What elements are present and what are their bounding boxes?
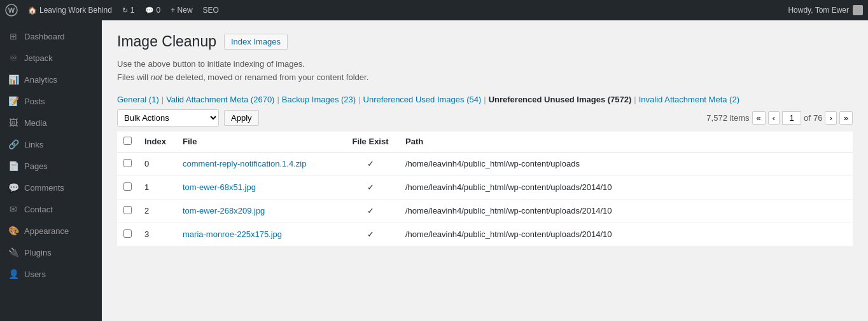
file-link[interactable]: comment-reply-notification.1.4.zip xyxy=(183,159,306,168)
next-page-button[interactable]: › xyxy=(825,111,836,125)
comments-link[interactable]: 💬 0 xyxy=(145,6,161,15)
row-path: /home/leavinh4/public_html/wp-content/up… xyxy=(399,222,853,246)
sidebar-item-links[interactable]: 🔗Links xyxy=(0,133,102,155)
tab-unreferenced-used-images[interactable]: Unreferenced Used Images (54) xyxy=(363,95,482,104)
row-file: tom-ewer-268x209.jpg xyxy=(176,199,342,222)
col-index: Index xyxy=(138,132,176,153)
row-file-exist: ✓ xyxy=(342,222,399,246)
wp-logo-link[interactable]: W xyxy=(5,4,18,17)
sidebar-item-label: Comments xyxy=(24,183,64,193)
user-avatar xyxy=(853,5,863,15)
page-title: Image Cleanup xyxy=(117,33,216,50)
row-path: /home/leavinh4/public_html/wp-content/up… xyxy=(399,175,853,199)
seo-link[interactable]: SEO xyxy=(203,6,219,15)
sidebar-item-comments[interactable]: 💬Comments xyxy=(0,177,102,198)
table-header-row: Index File File Exist Path xyxy=(117,132,853,153)
file-link[interactable]: maria-monroe-225x175.jpg xyxy=(183,229,282,239)
description-line1: Use the above button to initiate indexin… xyxy=(117,58,853,71)
comments-icon: 💬 xyxy=(8,182,19,193)
row-index: 3 xyxy=(138,222,176,246)
row-checkbox[interactable] xyxy=(123,182,132,191)
sidebar-item-analytics[interactable]: 📊Analytics xyxy=(0,69,102,90)
sidebar-item-label: Contact xyxy=(24,205,53,214)
plugins-icon: 🔌 xyxy=(8,247,19,258)
dashboard-icon: ⊞ xyxy=(8,31,19,42)
site-name-link[interactable]: 🏠 Leaving Work Behind xyxy=(28,6,112,15)
description-line2: Files will not be deleted, moved or rena… xyxy=(117,71,853,85)
sidebar-item-dashboard[interactable]: ⊞Dashboard xyxy=(0,25,102,47)
sidebar-item-posts[interactable]: 📝Posts xyxy=(0,90,102,112)
sidebar-item-appearance[interactable]: 🎨Appearance xyxy=(0,220,102,242)
tab-unreferenced-unused-images: Unreferenced Unused Images (7572) xyxy=(489,95,632,104)
row-path: /home/leavinh4/public_html/wp-content/up… xyxy=(399,152,853,175)
row-file-exist: ✓ xyxy=(342,152,399,175)
last-page-button[interactable]: » xyxy=(839,111,853,125)
sidebar-item-label: Pages xyxy=(24,161,48,171)
table-row: 1 tom-ewer-68x51.jpg ✓ /home/leavinh4/pu… xyxy=(117,175,853,199)
row-file-exist: ✓ xyxy=(342,175,399,199)
sidebar-item-label: Jetpack xyxy=(24,53,53,63)
sidebar-item-label: Appearance xyxy=(24,226,69,236)
row-checkbox-cell xyxy=(117,175,138,199)
col-path: Path xyxy=(399,132,853,153)
row-file: comment-reply-notification.1.4.zip xyxy=(176,152,342,175)
tab-separator: | xyxy=(358,95,360,104)
page-description: Use the above button to initiate indexin… xyxy=(117,58,853,85)
row-checkbox[interactable] xyxy=(123,206,132,214)
user-info: Howdy, Tom Ewer xyxy=(788,5,863,15)
col-file-exist: File Exist xyxy=(342,132,399,153)
index-images-button[interactable]: Index Images xyxy=(224,34,288,50)
table-row: 2 tom-ewer-268x209.jpg ✓ /home/leavinh4/… xyxy=(117,199,853,222)
sidebar-item-jetpack[interactable]: ♾Jetpack xyxy=(0,47,102,69)
tab-invalid-attachment-meta[interactable]: Invalid Attachment Meta (2) xyxy=(639,95,739,104)
sidebar-item-users[interactable]: 👤Users xyxy=(0,263,102,285)
sidebar-item-pages[interactable]: 📄Pages xyxy=(0,155,102,177)
sidebar-item-label: Plugins xyxy=(24,248,52,257)
tab-backup-images[interactable]: Backup Images (23) xyxy=(282,95,356,104)
sidebar-item-label: Analytics xyxy=(24,75,57,85)
row-checkbox-cell xyxy=(117,152,138,175)
page-number-input[interactable] xyxy=(782,111,801,125)
select-all-checkbox[interactable] xyxy=(123,137,132,145)
file-link[interactable]: tom-ewer-268x209.jpg xyxy=(183,206,265,215)
row-checkbox[interactable] xyxy=(123,229,132,238)
apply-button[interactable]: Apply xyxy=(224,110,259,126)
row-checkbox[interactable] xyxy=(123,159,132,167)
row-file-exist: ✓ xyxy=(342,199,399,222)
sidebar-item-media[interactable]: 🖼Media xyxy=(0,112,102,133)
sidebar-item-label: Dashboard xyxy=(24,32,65,41)
table-row: 3 maria-monroe-225x175.jpg ✓ /home/leavi… xyxy=(117,222,853,246)
first-page-button[interactable]: « xyxy=(752,111,766,125)
row-file: maria-monroe-225x175.jpg xyxy=(176,222,342,246)
sidebar-item-label: Media xyxy=(24,118,46,128)
page-header: Image Cleanup Index Images xyxy=(117,33,853,50)
updates-link[interactable]: ↻ 1 xyxy=(122,6,135,15)
new-content-link[interactable]: + New xyxy=(171,6,192,15)
sidebar-item-label: Links xyxy=(24,140,43,149)
row-file: tom-ewer-68x51.jpg xyxy=(176,175,342,199)
tab-valid-attachment-meta[interactable]: Valid Attachment Meta (2670) xyxy=(166,95,274,104)
admin-bar: W 🏠 Leaving Work Behind ↻ 1 💬 0 + New SE… xyxy=(0,0,868,20)
sidebar-item-plugins[interactable]: 🔌Plugins xyxy=(0,242,102,263)
contact-icon: ✉ xyxy=(8,203,19,215)
prev-page-button[interactable]: ‹ xyxy=(768,111,780,125)
row-checkbox-cell xyxy=(117,222,138,246)
posts-icon: 📝 xyxy=(8,95,19,107)
admin-sidebar: ⊞Dashboard♾Jetpack📊Analytics📝Posts🖼Media… xyxy=(0,20,102,321)
row-index: 2 xyxy=(138,199,176,222)
tab-separator: | xyxy=(162,95,164,104)
row-index: 1 xyxy=(138,175,176,199)
media-icon: 🖼 xyxy=(8,117,19,128)
table-row: 0 comment-reply-notification.1.4.zip ✓ /… xyxy=(117,152,853,175)
file-link[interactable]: tom-ewer-68x51.jpg xyxy=(183,182,256,192)
tab-general[interactable]: General (1) xyxy=(117,95,159,104)
sidebar-item-label: Users xyxy=(24,270,46,279)
pagination: 7,572 items « ‹ of 76 › » xyxy=(706,111,853,125)
sidebar-item-contact[interactable]: ✉Contact xyxy=(0,198,102,220)
tab-separator: | xyxy=(634,95,636,104)
bulk-actions-select[interactable]: Bulk Actions xyxy=(117,109,219,126)
images-table: Index File File Exist Path 0 comment-rep… xyxy=(117,132,853,247)
users-icon: 👤 xyxy=(8,268,19,280)
row-index: 0 xyxy=(138,152,176,175)
analytics-icon: 📊 xyxy=(8,74,19,85)
